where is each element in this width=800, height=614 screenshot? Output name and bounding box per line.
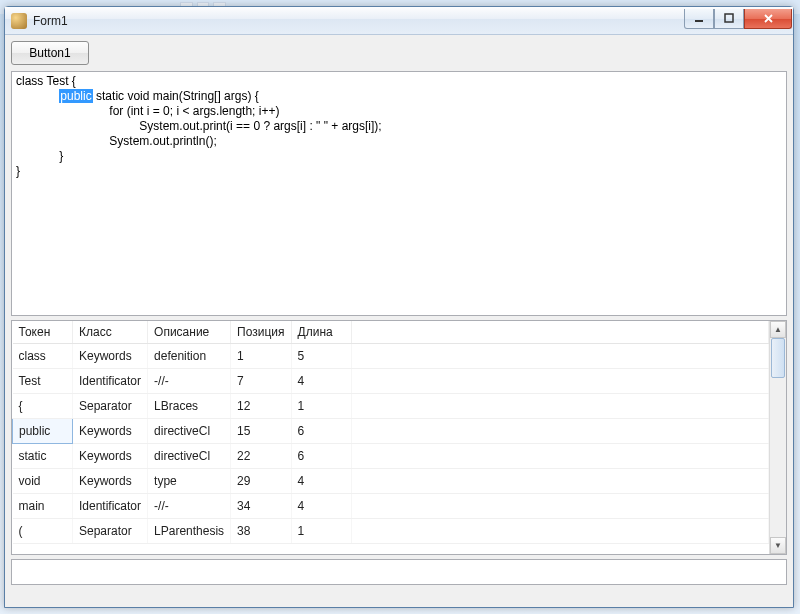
table-cell[interactable]: 12 xyxy=(231,394,291,419)
table-cell[interactable]: class xyxy=(13,344,73,369)
table-cell[interactable]: Keywords xyxy=(73,469,148,494)
button1[interactable]: Button1 xyxy=(11,41,89,65)
table-cell[interactable]: -//- xyxy=(148,369,231,394)
table-cell[interactable]: 38 xyxy=(231,519,291,544)
table-cell[interactable]: defenition xyxy=(148,344,231,369)
table-cell[interactable] xyxy=(351,344,768,369)
table-cell[interactable]: 1 xyxy=(291,519,351,544)
table-cell[interactable]: public xyxy=(13,419,73,444)
table-cell[interactable]: 1 xyxy=(231,344,291,369)
table-cell[interactable]: LBraces xyxy=(148,394,231,419)
column-header[interactable]: Позиция xyxy=(231,321,291,344)
maximize-icon xyxy=(724,13,734,23)
table-cell[interactable]: Keywords xyxy=(73,344,148,369)
column-header[interactable]: Описание xyxy=(148,321,231,344)
column-header[interactable]: Токен xyxy=(13,321,73,344)
code-editor[interactable]: class Test { public static void main(Str… xyxy=(11,71,787,316)
scroll-thumb[interactable] xyxy=(771,338,785,378)
column-header[interactable]: Длина xyxy=(291,321,351,344)
table-cell[interactable] xyxy=(351,369,768,394)
table-cell[interactable]: 1 xyxy=(291,394,351,419)
table-cell[interactable]: 4 xyxy=(291,494,351,519)
minimize-button[interactable] xyxy=(684,9,714,29)
table-row[interactable]: TestIdentificator-//-74 xyxy=(13,369,769,394)
table-cell[interactable]: static xyxy=(13,444,73,469)
table-row[interactable]: (SeparatorLParenthesis381 xyxy=(13,519,769,544)
table-cell[interactable]: 6 xyxy=(291,444,351,469)
status-panel[interactable] xyxy=(11,559,787,585)
button1-label: Button1 xyxy=(29,46,70,60)
table-cell[interactable]: void xyxy=(13,469,73,494)
svg-rect-0 xyxy=(695,20,703,22)
table-row[interactable]: voidKeywordstype294 xyxy=(13,469,769,494)
table-cell[interactable]: Identificator xyxy=(73,369,148,394)
table-cell[interactable]: LParenthesis xyxy=(148,519,231,544)
table-cell[interactable]: Test xyxy=(13,369,73,394)
table-cell[interactable]: -//- xyxy=(148,494,231,519)
table-cell[interactable]: ( xyxy=(13,519,73,544)
table-cell[interactable] xyxy=(351,519,768,544)
app-icon xyxy=(11,13,27,29)
table-cell[interactable]: main xyxy=(13,494,73,519)
table-cell[interactable]: 34 xyxy=(231,494,291,519)
table-cell[interactable]: Identificator xyxy=(73,494,148,519)
scroll-up-button[interactable]: ▲ xyxy=(770,321,786,338)
table-cell[interactable]: directiveCl xyxy=(148,444,231,469)
svg-rect-1 xyxy=(725,14,733,22)
table-cell[interactable]: directiveCl xyxy=(148,419,231,444)
close-button[interactable] xyxy=(744,9,792,29)
table-cell[interactable] xyxy=(351,469,768,494)
titlebar[interactable]: Form1 xyxy=(5,7,793,35)
table-cell[interactable] xyxy=(351,444,768,469)
table-row[interactable]: mainIdentificator-//-344 xyxy=(13,494,769,519)
minimize-icon xyxy=(694,13,704,23)
table-cell[interactable]: 4 xyxy=(291,369,351,394)
table-row[interactable]: {SeparatorLBraces121 xyxy=(13,394,769,419)
table-cell[interactable]: 4 xyxy=(291,469,351,494)
column-header-filler xyxy=(351,321,768,344)
table-cell[interactable]: 15 xyxy=(231,419,291,444)
scroll-track[interactable] xyxy=(770,338,786,537)
table-cell[interactable] xyxy=(351,394,768,419)
token-table-panel: ТокенКлассОписаниеПозицияДлина classKeyw… xyxy=(11,320,787,555)
highlighted-token: public xyxy=(59,89,92,103)
main-window: Form1 Button1 class Test { public static… xyxy=(4,6,794,608)
table-cell[interactable]: Keywords xyxy=(73,444,148,469)
maximize-button[interactable] xyxy=(714,9,744,29)
vertical-scrollbar[interactable]: ▲ ▼ xyxy=(769,321,786,554)
table-cell[interactable]: 5 xyxy=(291,344,351,369)
table-cell[interactable]: Keywords xyxy=(73,419,148,444)
table-cell[interactable]: type xyxy=(148,469,231,494)
table-cell[interactable] xyxy=(351,419,768,444)
table-row[interactable]: publicKeywordsdirectiveCl156 xyxy=(13,419,769,444)
table-cell[interactable]: 22 xyxy=(231,444,291,469)
column-header[interactable]: Класс xyxy=(73,321,148,344)
close-icon xyxy=(763,13,774,24)
client-area: Button1 class Test { public static void … xyxy=(5,35,793,607)
table-row[interactable]: staticKeywordsdirectiveCl226 xyxy=(13,444,769,469)
table-row[interactable]: classKeywordsdefenition15 xyxy=(13,344,769,369)
table-cell[interactable]: 7 xyxy=(231,369,291,394)
token-table-scroll[interactable]: ТокенКлассОписаниеПозицияДлина classKeyw… xyxy=(12,321,769,554)
table-cell[interactable]: { xyxy=(13,394,73,419)
window-controls xyxy=(684,9,792,29)
table-cell[interactable]: Separator xyxy=(73,519,148,544)
table-cell[interactable]: 6 xyxy=(291,419,351,444)
scroll-down-button[interactable]: ▼ xyxy=(770,537,786,554)
table-cell[interactable]: 29 xyxy=(231,469,291,494)
table-cell[interactable]: Separator xyxy=(73,394,148,419)
token-table[interactable]: ТокенКлассОписаниеПозицияДлина classKeyw… xyxy=(12,321,769,544)
table-cell[interactable] xyxy=(351,494,768,519)
window-title: Form1 xyxy=(33,14,684,28)
